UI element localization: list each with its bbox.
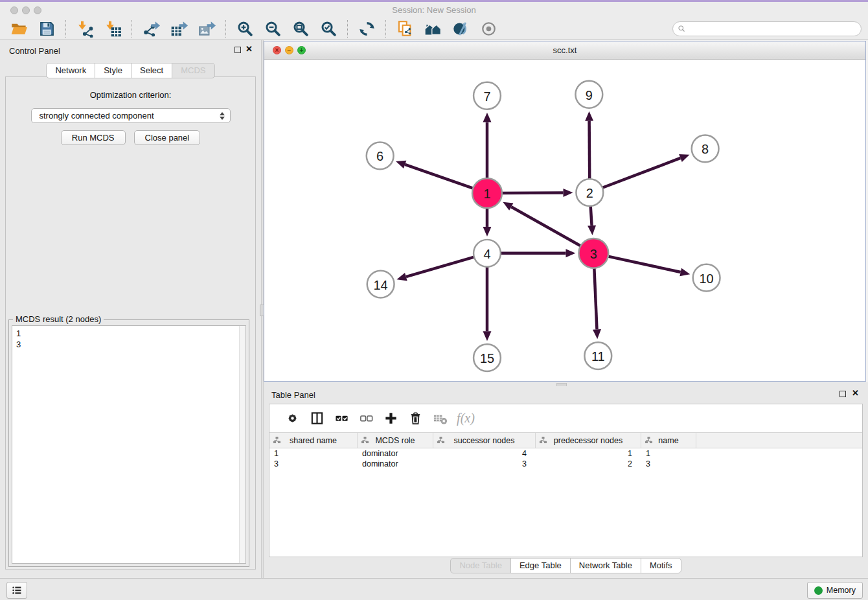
copy-style-button[interactable] — [391, 19, 419, 39]
graph-edge-3-10[interactable] — [608, 257, 691, 277]
home-icon — [424, 20, 442, 38]
cell-shared-name: 3 — [269, 459, 358, 469]
export-network-button[interactable] — [137, 19, 165, 39]
function-builder-label: f(x) — [454, 411, 475, 426]
toggle-column-display-button[interactable] — [304, 408, 329, 430]
mcds-result-line: 3 — [12, 339, 246, 350]
close-panel-button[interactable]: Close panel — [134, 130, 201, 145]
graph-edge-1-4[interactable] — [483, 208, 492, 237]
delete-columns-button[interactable] — [403, 408, 428, 430]
save-session-button[interactable] — [33, 19, 61, 39]
table-row[interactable]: 3dominator323 — [269, 459, 862, 469]
graph-edge-1-7[interactable] — [483, 113, 492, 179]
apply-preferred-layout-button[interactable] — [353, 19, 381, 39]
graph-node-3[interactable]: 3 — [578, 238, 608, 268]
graph-edge-4-15[interactable] — [483, 267, 492, 341]
table-settings-button[interactable] — [280, 408, 304, 430]
table-float-panel-icon[interactable] — [839, 391, 846, 397]
column-header-name[interactable]: name — [641, 433, 696, 448]
style-compare-button[interactable] — [447, 19, 475, 39]
graph-node-8[interactable]: 8 — [692, 135, 719, 163]
graph-node-6[interactable]: 6 — [367, 142, 394, 169]
tree-icon — [273, 436, 281, 444]
graph-node-1[interactable]: 1 — [472, 178, 502, 208]
export-image-button[interactable] — [193, 19, 221, 39]
graph-node-11[interactable]: 11 — [584, 342, 611, 369]
graph-edge-2-3[interactable] — [588, 206, 596, 235]
column-header-shared-name[interactable]: shared name — [269, 433, 358, 448]
table-tab-motifs[interactable]: Motifs — [641, 558, 681, 573]
zoom-in-button[interactable] — [231, 19, 259, 39]
svg-text:14: 14 — [374, 278, 388, 292]
zoom-selected-region-button[interactable] — [315, 19, 343, 39]
graph-edge-3-1[interactable] — [503, 202, 580, 246]
close-panel-icon[interactable]: ✕ — [246, 45, 253, 54]
tab-network[interactable]: Network — [46, 63, 95, 78]
memory-button[interactable]: Memory — [807, 582, 863, 599]
cell-predecessor-nodes: 2 — [536, 459, 641, 469]
zoom-fit-content-button[interactable] — [287, 19, 315, 39]
table-tab-edge-table[interactable]: Edge Table — [510, 558, 571, 573]
search-box[interactable] — [672, 21, 862, 36]
table-tab-node-table[interactable]: Node Table — [450, 558, 511, 573]
column-header-successor-nodes[interactable]: successor nodes — [433, 433, 536, 448]
mcds-button-row: Run MCDS Close panel — [6, 130, 255, 145]
tab-style[interactable]: Style — [95, 63, 131, 78]
mcds-result-list[interactable]: 13 — [12, 325, 246, 564]
tab-mcds[interactable]: MCDS — [172, 63, 214, 78]
graph-node-14[interactable]: 14 — [367, 271, 394, 298]
table-tab-network-table[interactable]: Network Table — [570, 558, 641, 573]
graph-edge-4-14[interactable] — [397, 257, 474, 281]
tree-icon — [645, 436, 653, 444]
export-table-button[interactable] — [165, 19, 193, 39]
select-all-rows-button[interactable] — [329, 408, 354, 430]
column-header-MCDS-role[interactable]: MCDS role — [358, 433, 433, 448]
toolbar-separator — [225, 20, 227, 38]
table-row[interactable]: 1dominator411 — [269, 448, 862, 459]
float-panel-icon[interactable] — [234, 47, 241, 53]
zoom-in-icon — [236, 20, 254, 38]
application-window: Session: New Session Control Panel ✕ Net… — [0, 0, 868, 600]
first-neighbors-button[interactable] — [419, 19, 447, 39]
tree-icon — [361, 436, 369, 444]
graph-node-15[interactable]: 15 — [474, 344, 501, 371]
zoom-out-button[interactable] — [259, 19, 287, 39]
window-title: Session: New Session — [0, 5, 868, 15]
network-canvas-svg: 7968124314101511 — [264, 60, 865, 381]
cell-MCDS-role: dominator — [358, 448, 433, 459]
list-icon — [11, 584, 23, 596]
graph-node-10[interactable]: 10 — [693, 264, 720, 292]
show-hide-graphics-button[interactable] — [475, 19, 503, 39]
show-panels-button[interactable] — [6, 582, 27, 599]
search-input[interactable] — [687, 23, 861, 35]
result-scrollbar[interactable] — [239, 326, 246, 563]
graph-edge-3-11[interactable] — [593, 268, 601, 340]
run-mcds-button[interactable]: Run MCDS — [61, 130, 126, 145]
graph-node-9[interactable]: 9 — [575, 81, 602, 108]
import-table-from-file-button[interactable] — [99, 19, 127, 39]
tab-select[interactable]: Select — [131, 63, 172, 78]
network-canvas[interactable]: 7968124314101511 — [264, 60, 865, 381]
graph-edge-2-9[interactable] — [585, 111, 593, 179]
graph-node-4[interactable]: 4 — [474, 240, 501, 267]
function-builder-button: f(x) — [452, 408, 477, 430]
graph-edge-2-8[interactable] — [602, 154, 690, 188]
graph-edge-1-6[interactable] — [396, 161, 473, 189]
column-header-predecessor-nodes[interactable]: predecessor nodes — [536, 433, 641, 448]
cell-shared-name: 1 — [269, 448, 358, 459]
open-session-button[interactable] — [5, 19, 33, 39]
criterion-dropdown[interactable]: strongly connected component — [31, 108, 231, 123]
cell-successor-nodes: 3 — [433, 459, 536, 469]
create-new-column-button[interactable] — [378, 408, 403, 430]
cell-name: 1 — [641, 448, 696, 459]
import-network-from-file-button[interactable] — [71, 19, 99, 39]
graph-node-7[interactable]: 7 — [474, 82, 501, 110]
network-window-titlebar[interactable]: × − + scc.txt — [264, 41, 865, 60]
graph-edge-1-2[interactable] — [502, 189, 573, 197]
deselect-all-rows-button[interactable] — [354, 408, 378, 430]
import-network-icon — [76, 20, 94, 38]
delete-table-button — [428, 408, 452, 430]
graph-node-2[interactable]: 2 — [576, 179, 603, 206]
table-close-panel-icon[interactable]: ✕ — [852, 389, 859, 398]
graph-edge-4-3[interactable] — [501, 249, 576, 257]
